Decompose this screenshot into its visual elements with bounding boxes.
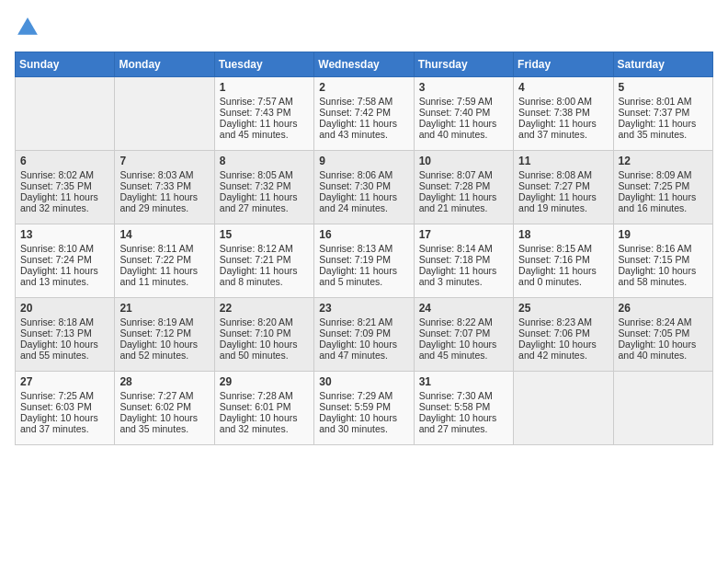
calendar-cell: 24 Sunrise: 8:22 AM Sunset: 7:07 PM Dayl… bbox=[414, 298, 513, 372]
daylight: Daylight: 10 hours and 52 minutes. bbox=[119, 339, 198, 361]
daylight: Daylight: 10 hours and 55 minutes. bbox=[20, 339, 98, 361]
sunrise: Sunrise: 8:15 AM bbox=[518, 243, 592, 254]
sunrise: Sunrise: 8:07 AM bbox=[419, 169, 493, 180]
sunset: Sunset: 7:28 PM bbox=[419, 180, 491, 191]
day-number: 10 bbox=[419, 155, 508, 167]
calendar-cell: 29 Sunrise: 7:28 AM Sunset: 6:01 PM Dayl… bbox=[214, 372, 313, 445]
sunrise: Sunrise: 8:08 AM bbox=[518, 169, 592, 180]
logo bbox=[15, 15, 44, 40]
day-number: 9 bbox=[319, 155, 408, 167]
calendar-cell: 9 Sunrise: 8:06 AM Sunset: 7:30 PM Dayli… bbox=[314, 151, 414, 224]
sunset: Sunset: 7:40 PM bbox=[419, 107, 491, 118]
daylight: Daylight: 10 hours and 37 minutes. bbox=[20, 412, 98, 434]
sunset: Sunset: 7:13 PM bbox=[20, 327, 92, 339]
daylight: Daylight: 10 hours and 35 minutes. bbox=[119, 412, 198, 434]
day-header-saturday: Saturday bbox=[613, 52, 712, 77]
daylight: Daylight: 11 hours and 21 minutes. bbox=[419, 191, 497, 213]
daylight: Daylight: 10 hours and 30 minutes. bbox=[319, 412, 397, 434]
day-number: 11 bbox=[518, 155, 608, 167]
calendar-cell: 15 Sunrise: 8:12 AM Sunset: 7:21 PM Dayl… bbox=[214, 224, 313, 298]
sunrise: Sunrise: 8:03 AM bbox=[119, 169, 193, 180]
calendar-cell: 3 Sunrise: 7:59 AM Sunset: 7:40 PM Dayli… bbox=[414, 77, 513, 151]
day-number: 23 bbox=[319, 302, 408, 315]
sunset: Sunset: 5:59 PM bbox=[319, 401, 391, 412]
day-header-wednesday: Wednesday bbox=[314, 52, 414, 77]
day-number: 26 bbox=[619, 302, 708, 315]
calendar-cell bbox=[16, 77, 115, 151]
calendar-cell bbox=[514, 372, 613, 445]
calendar-cell: 25 Sunrise: 8:23 AM Sunset: 7:06 PM Dayl… bbox=[514, 298, 613, 372]
calendar-cell: 28 Sunrise: 7:27 AM Sunset: 6:02 PM Dayl… bbox=[115, 372, 214, 445]
sunset: Sunset: 7:05 PM bbox=[619, 327, 690, 339]
sunrise: Sunrise: 8:12 AM bbox=[220, 243, 293, 254]
day-header-monday: Monday bbox=[115, 52, 214, 77]
daylight: Daylight: 11 hours and 5 minutes. bbox=[319, 265, 397, 287]
sunrise: Sunrise: 7:29 AM bbox=[319, 390, 392, 401]
sunset: Sunset: 7:09 PM bbox=[319, 327, 391, 339]
page-header bbox=[15, 15, 713, 40]
calendar-cell bbox=[115, 77, 214, 151]
sunset: Sunset: 7:43 PM bbox=[220, 107, 291, 118]
daylight: Daylight: 10 hours and 42 minutes. bbox=[518, 339, 597, 361]
day-number: 28 bbox=[119, 375, 209, 388]
sunset: Sunset: 7:21 PM bbox=[220, 254, 291, 265]
day-number: 21 bbox=[119, 302, 209, 315]
calendar-cell bbox=[613, 372, 712, 445]
day-number: 31 bbox=[419, 375, 508, 388]
week-row-5: 27 Sunrise: 7:25 AM Sunset: 6:03 PM Dayl… bbox=[16, 372, 713, 445]
sunrise: Sunrise: 7:59 AM bbox=[419, 96, 493, 107]
sunrise: Sunrise: 8:13 AM bbox=[319, 243, 392, 254]
sunrise: Sunrise: 8:22 AM bbox=[419, 316, 493, 327]
calendar-cell: 21 Sunrise: 8:19 AM Sunset: 7:12 PM Dayl… bbox=[115, 298, 214, 372]
svg-marker-0 bbox=[17, 17, 38, 35]
day-header-tuesday: Tuesday bbox=[214, 52, 313, 77]
sunrise: Sunrise: 8:11 AM bbox=[119, 243, 193, 254]
daylight: Daylight: 10 hours and 58 minutes. bbox=[619, 265, 697, 287]
day-number: 19 bbox=[619, 228, 708, 241]
calendar-cell: 13 Sunrise: 8:10 AM Sunset: 7:24 PM Dayl… bbox=[16, 224, 115, 298]
sunset: Sunset: 7:27 PM bbox=[518, 180, 590, 191]
day-number: 7 bbox=[119, 155, 209, 167]
day-header-thursday: Thursday bbox=[414, 52, 513, 77]
calendar-cell: 23 Sunrise: 8:21 AM Sunset: 7:09 PM Dayl… bbox=[314, 298, 414, 372]
day-number: 2 bbox=[319, 81, 408, 94]
day-number: 13 bbox=[20, 228, 109, 241]
calendar-cell: 2 Sunrise: 7:58 AM Sunset: 7:42 PM Dayli… bbox=[314, 77, 414, 151]
daylight: Daylight: 11 hours and 29 minutes. bbox=[119, 191, 198, 213]
calendar-cell: 22 Sunrise: 8:20 AM Sunset: 7:10 PM Dayl… bbox=[214, 298, 313, 372]
daylight: Daylight: 11 hours and 0 minutes. bbox=[518, 265, 597, 287]
sunrise: Sunrise: 8:14 AM bbox=[419, 243, 493, 254]
sunrise: Sunrise: 8:16 AM bbox=[619, 243, 692, 254]
daylight: Daylight: 10 hours and 50 minutes. bbox=[220, 339, 298, 361]
sunrise: Sunrise: 8:01 AM bbox=[619, 96, 692, 107]
daylight: Daylight: 11 hours and 32 minutes. bbox=[20, 191, 98, 213]
calendar-cell: 16 Sunrise: 8:13 AM Sunset: 7:19 PM Dayl… bbox=[314, 224, 414, 298]
calendar-cell: 19 Sunrise: 8:16 AM Sunset: 7:15 PM Dayl… bbox=[613, 224, 712, 298]
sunset: Sunset: 7:16 PM bbox=[518, 254, 590, 265]
sunrise: Sunrise: 7:28 AM bbox=[220, 390, 293, 401]
sunset: Sunset: 7:32 PM bbox=[220, 180, 291, 191]
sunrise: Sunrise: 8:09 AM bbox=[619, 169, 692, 180]
week-row-4: 20 Sunrise: 8:18 AM Sunset: 7:13 PM Dayl… bbox=[16, 298, 713, 372]
sunset: Sunset: 7:07 PM bbox=[419, 327, 491, 339]
day-header-friday: Friday bbox=[514, 52, 613, 77]
day-number: 27 bbox=[20, 375, 109, 388]
calendar-cell: 27 Sunrise: 7:25 AM Sunset: 6:03 PM Dayl… bbox=[16, 372, 115, 445]
calendar-cell: 6 Sunrise: 8:02 AM Sunset: 7:35 PM Dayli… bbox=[16, 151, 115, 224]
day-number: 3 bbox=[419, 81, 508, 94]
day-number: 12 bbox=[619, 155, 708, 167]
sunrise: Sunrise: 8:18 AM bbox=[20, 316, 94, 327]
calendar-cell: 4 Sunrise: 8:00 AM Sunset: 7:38 PM Dayli… bbox=[514, 77, 613, 151]
daylight: Daylight: 10 hours and 47 minutes. bbox=[319, 339, 397, 361]
sunrise: Sunrise: 8:02 AM bbox=[20, 169, 94, 180]
sunset: Sunset: 7:19 PM bbox=[319, 254, 391, 265]
daylight: Daylight: 10 hours and 40 minutes. bbox=[619, 339, 697, 361]
sunset: Sunset: 5:58 PM bbox=[419, 401, 491, 412]
sunrise: Sunrise: 8:10 AM bbox=[20, 243, 94, 254]
week-row-2: 6 Sunrise: 8:02 AM Sunset: 7:35 PM Dayli… bbox=[16, 151, 713, 224]
sunrise: Sunrise: 7:57 AM bbox=[220, 96, 293, 107]
day-header-sunday: Sunday bbox=[16, 52, 115, 77]
daylight: Daylight: 10 hours and 45 minutes. bbox=[419, 339, 497, 361]
calendar-cell: 17 Sunrise: 8:14 AM Sunset: 7:18 PM Dayl… bbox=[414, 224, 513, 298]
sunrise: Sunrise: 8:20 AM bbox=[220, 316, 293, 327]
